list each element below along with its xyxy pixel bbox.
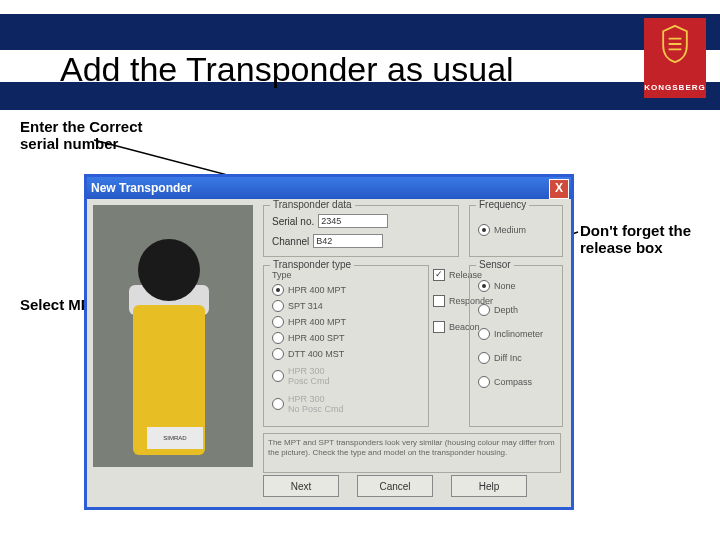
channel-input[interactable]: B42: [313, 234, 383, 248]
cancel-button[interactable]: Cancel: [357, 475, 433, 497]
brand-crest-icon: [658, 24, 692, 64]
radio-type-2[interactable]: [272, 316, 284, 328]
channel-label: Channel: [272, 236, 309, 247]
slide-title: Add the Transponder as usual: [60, 50, 514, 89]
radio-type-3[interactable]: [272, 332, 284, 344]
transponder-photo: SIMRAD: [93, 205, 253, 467]
radio-type-4[interactable]: [272, 348, 284, 360]
group-sensor: Sensor None Depth Inclinometer Diff Inc …: [469, 265, 563, 427]
radio-sensor-diff[interactable]: [478, 352, 490, 364]
radio-sensor-depth[interactable]: [478, 304, 490, 316]
help-button[interactable]: Help: [451, 475, 527, 497]
radio-medium[interactable]: [478, 224, 490, 236]
brand-logo: KONGSBERG: [644, 18, 706, 98]
group-frequency: Frequency Medium: [469, 205, 563, 257]
radio-type-6: [272, 398, 284, 410]
radio-type-1[interactable]: [272, 300, 284, 312]
radio-sensor-none[interactable]: [478, 280, 490, 292]
serial-label: Serial no.: [272, 216, 314, 227]
checkbox-beacon[interactable]: [433, 321, 445, 333]
brand-name: KONGSBERG: [644, 83, 705, 92]
radio-type-0[interactable]: [272, 284, 284, 296]
group-transponder-type: Transponder type Type HPR 400 MPT SPT 31…: [263, 265, 429, 427]
checkbox-responder[interactable]: [433, 295, 445, 307]
close-icon[interactable]: X: [549, 179, 569, 199]
serial-input[interactable]: 2345: [318, 214, 388, 228]
type-label: Type: [272, 270, 292, 280]
slide: KONGSBERG Add the Transponder as usual E…: [0, 0, 720, 540]
next-button[interactable]: Next: [263, 475, 339, 497]
device-label: SIMRAD: [147, 427, 203, 449]
group-transponder-data: Transponder data Serial no. 2345 Channel…: [263, 205, 459, 257]
dialog-title: New Transponder: [91, 181, 192, 195]
radio-sensor-compass[interactable]: [478, 376, 490, 388]
annotation-release: Don't forget the release box: [580, 222, 710, 257]
radio-type-5: [272, 370, 284, 382]
dialog-titlebar: New Transponder X: [87, 177, 571, 199]
checkbox-release[interactable]: [433, 269, 445, 281]
decor-band-top: [0, 14, 720, 50]
dialog-new-transponder: New Transponder X SIMRAD Transponder dat…: [84, 174, 574, 510]
info-note: The MPT and SPT transponders look very s…: [263, 433, 561, 473]
radio-sensor-incl[interactable]: [478, 328, 490, 340]
